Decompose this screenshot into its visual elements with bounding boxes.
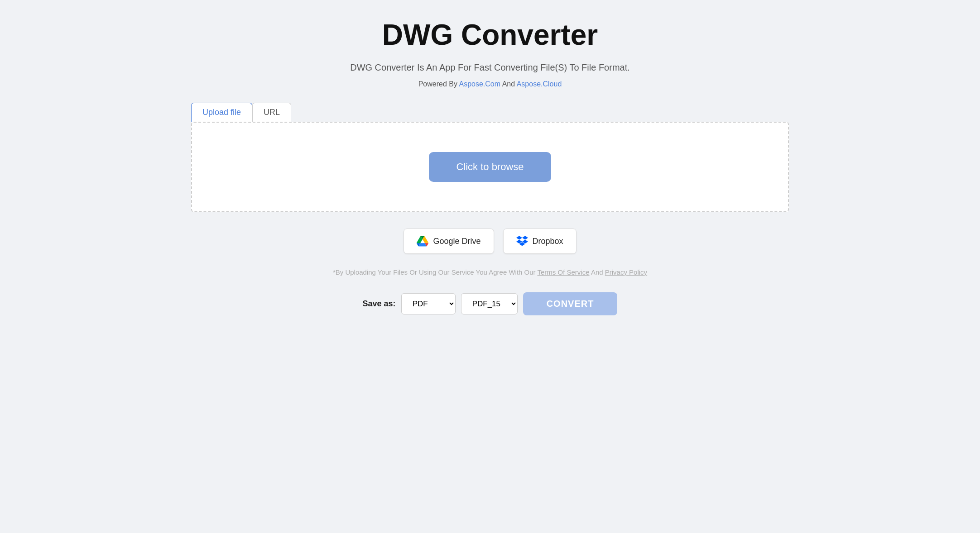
aspose-cloud-link[interactable]: Aspose.Cloud xyxy=(517,80,562,88)
terms-of-service-link[interactable]: Terms Of Service xyxy=(538,268,590,276)
terms-text: *By Uploading Your Files Or Using Our Se… xyxy=(333,268,647,276)
dropbox-button[interactable]: Dropbox xyxy=(503,228,576,254)
dropbox-label: Dropbox xyxy=(533,237,563,246)
quality-select[interactable]: PDF_15 PDF_14 PDF_13 PDF_12 xyxy=(461,293,518,314)
tab-upload-file[interactable]: Upload file xyxy=(191,103,252,122)
save-as-label: Save as: xyxy=(363,299,396,309)
page-title: DWG Converter xyxy=(382,18,598,52)
convert-button[interactable]: CONVERT xyxy=(523,292,618,315)
tabs-wrapper: Upload file URL xyxy=(191,103,789,122)
tab-url[interactable]: URL xyxy=(252,103,291,122)
privacy-policy-link[interactable]: Privacy Policy xyxy=(605,268,647,276)
main-content: Upload file URL Click to browse Google D… xyxy=(191,103,789,315)
terms-middle: And xyxy=(591,268,605,276)
cloud-buttons-group: Google Drive Dropbox xyxy=(404,228,576,254)
terms-prefix: *By Uploading Your Files Or Using Our Se… xyxy=(333,268,538,276)
google-drive-label: Google Drive xyxy=(433,237,480,246)
save-row: Save as: PDF DOCX PNG JPG SVG BMP TIFF P… xyxy=(363,292,618,315)
powered-by-prefix: Powered By xyxy=(418,80,459,88)
dropbox-icon xyxy=(516,235,528,247)
page-subtitle: DWG Converter Is An App For Fast Convert… xyxy=(350,62,630,73)
powered-by-middle: And xyxy=(502,80,517,88)
browse-button[interactable]: Click to browse xyxy=(429,152,551,182)
google-drive-icon xyxy=(417,235,428,247)
upload-dropzone[interactable]: Click to browse xyxy=(191,122,789,212)
google-drive-button[interactable]: Google Drive xyxy=(404,228,494,254)
format-select[interactable]: PDF DOCX PNG JPG SVG BMP TIFF xyxy=(401,293,456,314)
tab-group: Upload file URL xyxy=(191,103,291,122)
powered-by-text: Powered By Aspose.Com And Aspose.Cloud xyxy=(418,80,562,88)
aspose-com-link[interactable]: Aspose.Com xyxy=(459,80,501,88)
